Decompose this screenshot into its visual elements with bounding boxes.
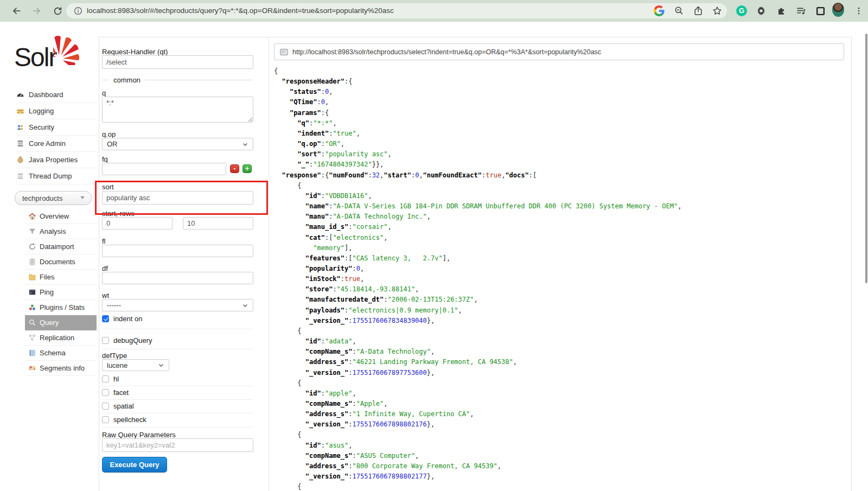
response-request-link[interactable]: http://localhost:8983/solr/techproducts/… xyxy=(292,48,601,56)
extensions-button[interactable] xyxy=(775,5,787,17)
sidebar-item-plugins-stats[interactable]: Plugins / Stats xyxy=(25,300,97,315)
replication-icon xyxy=(28,334,36,342)
fl-label: fl xyxy=(102,237,106,245)
dataimport-icon xyxy=(28,243,36,251)
q-label: q xyxy=(102,89,106,97)
sidebar-square-icon xyxy=(815,6,826,16)
zoom-out-icon[interactable] xyxy=(674,5,685,16)
deftype-select[interactable]: lucene xyxy=(102,359,169,371)
json-line: "memory"], xyxy=(274,243,849,253)
df-input[interactable] xyxy=(102,272,253,284)
chevron-down-icon xyxy=(242,302,248,309)
hl-checkbox[interactable] xyxy=(102,375,109,382)
json-line: "manu_id_s":"corsair", xyxy=(274,222,849,232)
sidebar-item-schema[interactable]: Schema xyxy=(25,346,97,361)
json-line: "_version_":1755176067898802177}, xyxy=(274,471,849,482)
address-bar[interactable]: localhost:8983/solr/#/techproducts/query… xyxy=(66,3,727,18)
json-line: "cat":["electronics", xyxy=(274,233,849,243)
sidebar-item-query[interactable]: Query xyxy=(25,315,97,330)
browser-toolbar: localhost:8983/solr/#/techproducts/query… xyxy=(0,0,868,22)
solr-logo[interactable]: Solr xyxy=(14,42,56,72)
fq-add-button[interactable]: + xyxy=(242,164,252,173)
json-line: "response":{"numFound":32,"start":0,"num… xyxy=(274,170,849,181)
sidebar-item-thread-dump[interactable]: Thread Dump xyxy=(16,168,97,184)
start-input[interactable] xyxy=(102,217,173,229)
spellcheck-label: spellcheck xyxy=(113,416,146,424)
json-line: "payloads":"electronics|0.9 memory|0.1", xyxy=(274,305,849,316)
facet-checkbox-row[interactable]: facet xyxy=(102,388,129,397)
indent-checkbox[interactable] xyxy=(102,315,109,322)
documents-icon xyxy=(28,258,36,266)
debug-checkbox[interactable] xyxy=(102,337,109,344)
hl-checkbox-row[interactable]: hl xyxy=(102,375,119,383)
indent-checkbox-row[interactable]: indent on xyxy=(102,315,143,323)
browser-reload-button[interactable] xyxy=(50,3,65,18)
sidebar-item-java-properties[interactable]: Java Properties xyxy=(16,152,97,168)
spellcheck-checkbox-row[interactable]: spellcheck xyxy=(102,416,146,424)
sidebar-item-logging[interactable]: Logging xyxy=(16,103,97,119)
wt-select[interactable]: ------ xyxy=(102,299,253,311)
playlist-button[interactable] xyxy=(795,5,807,17)
qop-select[interactable]: OR xyxy=(102,138,253,150)
sidebar-item-security[interactable]: Security xyxy=(16,119,97,136)
nav-label: Schema xyxy=(40,349,66,357)
sidebar-item-ping[interactable]: Ping xyxy=(25,285,97,300)
q-textarea[interactable]: *:* xyxy=(102,97,253,123)
fq-remove-button[interactable]: - xyxy=(230,164,239,173)
profile-button[interactable] xyxy=(832,4,844,16)
browser-forward-button[interactable] xyxy=(29,3,44,18)
extensions-puzzle-icon xyxy=(776,5,787,16)
sidebar-panel-button[interactable] xyxy=(814,5,826,17)
grammarly-extension-button[interactable]: G xyxy=(736,5,748,17)
bookmark-star-icon[interactable] xyxy=(712,5,723,16)
sidebar-item-dataimport[interactable]: Dataimport xyxy=(25,239,97,254)
sidebar-item-core-admin[interactable]: Core Admin xyxy=(16,136,97,152)
site-info-icon[interactable] xyxy=(73,6,83,16)
execute-query-button[interactable]: Execute Query xyxy=(102,457,167,473)
rows-input[interactable] xyxy=(183,217,253,229)
nav-label: Segments info xyxy=(40,364,85,372)
qop-label: q.op xyxy=(102,130,116,138)
divider xyxy=(102,349,253,349)
json-line: { xyxy=(274,66,849,76)
deftype-label: defType xyxy=(102,352,127,360)
raw-query-params-input[interactable] xyxy=(102,438,253,452)
google-g-icon[interactable] xyxy=(654,5,665,16)
fl-input[interactable] xyxy=(102,245,253,257)
json-line: { xyxy=(274,378,849,388)
sidebar-item-analysis[interactable]: Analysis xyxy=(25,224,97,239)
facet-label: facet xyxy=(113,388,129,397)
spatial-checkbox-row[interactable]: spatial xyxy=(102,402,134,410)
core-selector-dropdown[interactable]: techproducts xyxy=(15,191,92,205)
chevron-down-icon xyxy=(80,196,85,199)
spatial-label: spatial xyxy=(113,402,134,410)
sidebar-item-files[interactable]: Files xyxy=(25,270,97,285)
sidebar-item-segments-info[interactable]: Segments info xyxy=(25,361,97,376)
sort-input[interactable] xyxy=(102,191,253,205)
adblock-extension-button[interactable] xyxy=(755,5,767,17)
debug-checkbox-row[interactable]: debugQuery xyxy=(102,336,152,345)
sidebar-item-overview[interactable]: Overview xyxy=(25,209,97,224)
divider xyxy=(102,413,253,413)
sidebar-item-dashboard[interactable]: Dashboard xyxy=(16,87,97,103)
browser-menu-button[interactable] xyxy=(853,5,865,17)
sidebar-item-documents[interactable]: Documents xyxy=(25,254,97,270)
json-line: "_version_":1755176067898802176}, xyxy=(274,419,849,430)
vertical-scrollbar-thumb[interactable] xyxy=(865,34,867,283)
json-line: { xyxy=(274,430,849,440)
facet-checkbox[interactable] xyxy=(102,389,109,396)
common-section-title: common xyxy=(113,76,141,84)
json-line: "id":"asus", xyxy=(274,441,849,451)
url-text[interactable]: localhost:8983/solr/#/techproducts/query… xyxy=(87,7,394,15)
fq-input[interactable] xyxy=(102,163,226,175)
spatial-checkbox[interactable] xyxy=(102,403,109,410)
browser-back-button[interactable] xyxy=(9,3,24,18)
spellcheck-checkbox[interactable] xyxy=(102,416,109,423)
share-icon[interactable] xyxy=(693,5,704,16)
profile-avatar xyxy=(832,3,844,17)
sidebar-item-replication[interactable]: Replication xyxy=(25,330,97,346)
qop-value: OR xyxy=(107,140,118,148)
nav-label: Replication xyxy=(40,334,74,342)
request-handler-input[interactable] xyxy=(102,55,253,69)
core-admin-icon xyxy=(16,139,24,148)
